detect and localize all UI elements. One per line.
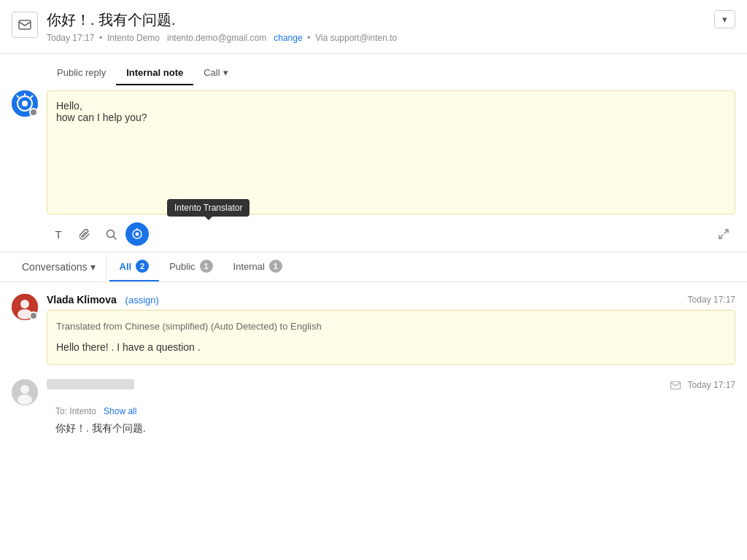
agent-message-content: Vlada Klimova (assign) Today 17:17 Trans…	[47, 294, 735, 365]
compose-editor-container: Hello, how can I help you? Intento Trans…	[47, 90, 735, 252]
customer-message-header: Today 17:17	[47, 379, 735, 392]
customer-message-bubble: To: Intento Show all 你好！. 我有个问题.	[47, 396, 735, 445]
message-header: 你好！. 我有个问题. Today 17:17 • Intento Demo i…	[0, 0, 747, 54]
header-content: 你好！. 我有个问题. Today 17:17 • Intento Demo i…	[47, 10, 705, 43]
tab-all[interactable]: All 2	[109, 252, 160, 281]
internal-count-badge: 1	[269, 260, 282, 273]
conversation-title: 你好！. 我有个问题.	[47, 10, 705, 30]
agent-message-header: Vlada Klimova (assign) Today 17:17	[47, 294, 735, 306]
svg-point-3	[22, 101, 28, 106]
svg-point-7	[107, 230, 114, 237]
expand-button[interactable]	[712, 222, 735, 246]
agent-message-sender-area: Vlada Klimova (assign)	[47, 294, 159, 306]
assign-link[interactable]: (assign)	[125, 295, 159, 306]
agent-message-bubble: Translated from Chinese (simplified) (Au…	[47, 310, 735, 365]
header-dropdown-button[interactable]: ▾	[714, 10, 735, 28]
meta-via: Via support@inten.to	[315, 33, 397, 43]
header-meta: Today 17:17 • Intento Demo intento.demo@…	[47, 33, 705, 43]
svg-point-18	[20, 385, 29, 394]
meta-time: Today 17:17	[47, 33, 94, 43]
customer-message-time: Today 17:17	[688, 380, 735, 390]
tab-call[interactable]: Call ▾	[193, 61, 238, 85]
translation-note: Translated from Chinese (simplified) (Au…	[56, 319, 726, 334]
tab-public-reply[interactable]: Public reply	[47, 61, 116, 85]
message-item-customer: Today 17:17 To: Intento Show all 你好！. 我有…	[12, 379, 735, 445]
svg-point-10	[136, 233, 139, 236]
compose-wrapper: Hello, how can I help you? Intento Trans…	[12, 85, 735, 252]
conversations-tabs: Conversations ▾ All 2 Public 1 Internal …	[0, 252, 747, 282]
compose-area: Public reply Internal note Call ▾ Hello,…	[0, 54, 747, 252]
conversations-label[interactable]: Conversations ▾	[12, 254, 107, 280]
svg-line-8	[113, 236, 116, 239]
agent-avatar	[12, 294, 38, 320]
call-chevron-icon: ▾	[223, 67, 228, 78]
avatar-badge	[29, 108, 38, 117]
agent-message-text: Hello there! . I have a question .	[56, 340, 726, 355]
all-count-badge: 2	[136, 260, 149, 273]
meta-sender: Intento Demo	[107, 33, 160, 43]
public-count-badge: 1	[200, 260, 213, 273]
change-link[interactable]: change	[274, 33, 302, 43]
compose-tabs: Public reply Internal note Call ▾	[12, 54, 735, 85]
agent-avatar-badge	[29, 311, 38, 320]
search-button[interactable]	[99, 222, 123, 246]
customer-message-to: To: Intento Show all	[55, 405, 727, 418]
compose-toolbar: T	[47, 217, 735, 252]
svg-rect-0	[19, 20, 31, 29]
customer-avatar	[12, 379, 38, 405]
svg-point-19	[18, 394, 32, 405]
tab-internal[interactable]: Internal 1	[223, 252, 293, 281]
compose-editor[interactable]: Hello, how can I help you?	[47, 90, 735, 214]
text-format-button[interactable]: T	[47, 222, 70, 246]
tab-internal-note[interactable]: Internal note	[116, 61, 193, 85]
meta-email: intento.demo@gmail.com	[167, 33, 266, 43]
tab-public[interactable]: Public 1	[159, 252, 222, 281]
show-all-link[interactable]: Show all	[104, 406, 136, 416]
customer-message-text: 你好！. 我有个问题.	[55, 421, 727, 436]
message-item-agent: Vlada Klimova (assign) Today 17:17 Trans…	[12, 294, 735, 365]
svg-point-15	[20, 300, 29, 308]
attach-button[interactable]	[73, 222, 96, 246]
compose-avatar	[12, 90, 38, 117]
agent-sender-name: Vlada Klimova	[47, 294, 117, 306]
email-icon	[12, 12, 38, 38]
customer-message-content: Today 17:17 To: Intento Show all 你好！. 我有…	[47, 379, 735, 445]
dropdown-chevron: ▾	[722, 14, 727, 25]
customer-sender-area	[47, 379, 134, 392]
intento-button[interactable]	[125, 222, 149, 246]
agent-message-time: Today 17:17	[688, 295, 735, 305]
customer-time-area: Today 17:17	[670, 380, 735, 390]
messages-area: Vlada Klimova (assign) Today 17:17 Trans…	[0, 282, 747, 471]
email-small-icon	[670, 381, 681, 389]
conversations-chevron-icon: ▾	[90, 261, 96, 273]
